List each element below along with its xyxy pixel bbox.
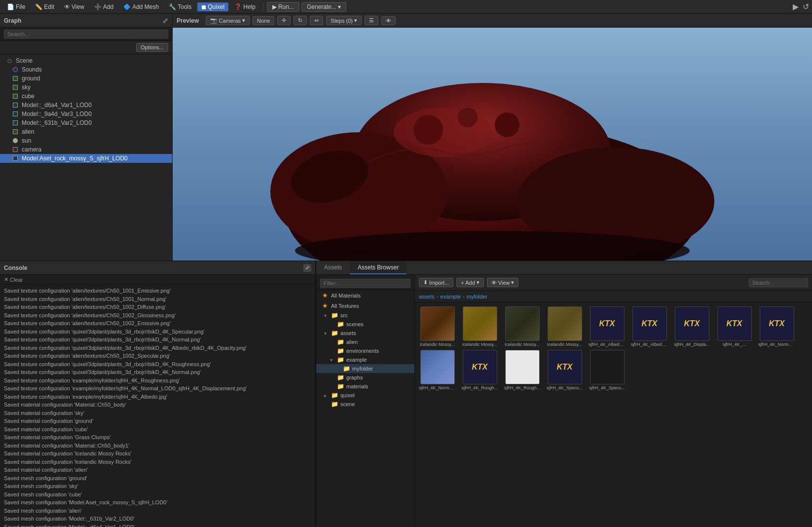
thumbnail-image: KTX (548, 350, 582, 384)
folder-myfolder[interactable]: 📁 myfolder (316, 364, 414, 373)
asset-thumbnail[interactable]: Icelandic Mossy... (504, 306, 541, 347)
folder-src[interactable]: ▾ 📁 src (316, 311, 414, 320)
scale-icon-btn[interactable]: ⇔ (310, 16, 323, 25)
folder-materials[interactable]: 📁 materials (316, 382, 414, 391)
tree-item-sounds[interactable]: Sounds (0, 65, 172, 74)
asset-thumbnail[interactable]: sjfrH_4K_Normal... (419, 350, 456, 390)
cameras-button[interactable]: 📷 Cameras ▾ (206, 16, 250, 25)
breadcrumb-example[interactable]: example (440, 294, 461, 300)
tree-item-model-9a4d[interactable]: Model::_9a4d_Var3_LOD0 (0, 110, 172, 118)
asset-thumbnail[interactable]: KTX sjfrH_4K_Displa... (673, 306, 710, 347)
folder-quixel[interactable]: ▸ 📁 quixel (316, 391, 414, 400)
asset-thumbnail[interactable]: sjfrH_4K_Specu... (589, 350, 626, 390)
file-icon: 📄 (7, 3, 14, 10)
tree-item-camera[interactable]: camera (0, 145, 172, 154)
folder-assets[interactable]: ▾ 📁 assets (316, 329, 414, 338)
all-materials-item[interactable]: ★ All Materials (316, 290, 414, 301)
assets-sidebar: ★ All Materials ★ All Textures ▾ 📁 src (316, 275, 415, 527)
graph-options-bar: Options... (0, 41, 172, 54)
asset-thumbnail[interactable]: Icelandic Mossy... (461, 306, 498, 347)
rotate-icon-btn[interactable]: ↻ (294, 16, 307, 25)
console-title: Console (4, 264, 27, 271)
preview-panel: Preview 📷 Cameras ▾ None ✛ ↻ ⇔ Steps (0) (173, 14, 812, 261)
move-icon-btn[interactable]: ✛ (277, 16, 291, 25)
eye-btn[interactable]: 👁 (381, 16, 396, 25)
breadcrumb-myfolder[interactable]: myfolder (467, 294, 487, 300)
console-expand-icon[interactable]: ⤢ (303, 264, 311, 272)
tree-item-model-aset[interactable]: Model:Aset_rock_mossy_S_sjfrH_LOD0 (0, 154, 172, 163)
steps-button[interactable]: Steps (0) ▾ (326, 16, 362, 25)
assets-filter-input[interactable] (320, 279, 410, 288)
menu-quixel[interactable]: ◼ Quixel (197, 2, 228, 11)
menu-file[interactable]: 📄 File (3, 2, 29, 11)
svg-point-9 (458, 108, 478, 127)
console-log-line: Saved material configuration 'Icelandic … (4, 450, 311, 458)
tree-item-model-d6a4[interactable]: Model::_d6a4_Var1_LOD0 (0, 101, 172, 110)
refresh-button[interactable]: ↺ (803, 2, 809, 11)
view-assets-button[interactable]: 👁 View ▾ (487, 278, 519, 287)
menu-add[interactable]: ➕ Add (90, 2, 117, 11)
import-button[interactable]: ⬇ Import... (419, 278, 453, 287)
graph-panel-header: Graph ⤢ (0, 14, 172, 28)
tree-item-model-631b[interactable]: Model::_631b_Var2_LOD0 (0, 118, 172, 127)
add-asset-button[interactable]: + Add ▾ (456, 278, 483, 287)
scene-icon: ⬡ (6, 57, 13, 64)
tree-item-cube[interactable]: cube (0, 92, 172, 101)
thumbnail-image: KTX (463, 350, 497, 384)
folder-icon-assets: 📁 (331, 330, 338, 337)
preview-viewport[interactable] (173, 28, 812, 261)
expand-icon[interactable]: ⤢ (162, 17, 168, 25)
tree-item-ground[interactable]: ground (0, 74, 172, 83)
tab-assets[interactable]: Assets (316, 261, 350, 274)
assets-search-bar (749, 278, 808, 287)
assets-search-input[interactable] (749, 278, 808, 287)
graph-search-input[interactable] (4, 30, 168, 38)
folder-graphs[interactable]: 📁 graphs (316, 373, 414, 382)
asset-thumbnail[interactable]: sjfrH_4K_Rough... (504, 350, 541, 390)
all-textures-item[interactable]: ★ All Textures (316, 301, 414, 311)
clear-button[interactable]: ✕ Clear (4, 276, 23, 283)
folder-scenes[interactable]: 📁 scenes (316, 320, 414, 329)
menu-help[interactable]: ❓ Help (230, 2, 259, 11)
thumbnail-label: Icelandic Mossy... (504, 342, 541, 347)
folder-example[interactable]: ▾ 📁 example (316, 355, 414, 364)
asset-thumbnail[interactable]: KTX sjfrH_4K_Rough... (461, 350, 498, 390)
folder-icon-environments: 📁 (337, 347, 344, 354)
console-log-line: Saved texture configuration 'quixel/3dpl… (4, 368, 311, 376)
folder-scene[interactable]: 📁 scene (316, 400, 414, 409)
expand-arrow-quixel: ▸ (324, 393, 329, 398)
graph-panel: Graph ⤢ Options... ⬡ Scene Sounds (0, 14, 173, 261)
tree-item-sun[interactable]: sun (0, 136, 172, 145)
console-log-line: Saved texture configuration 'quixel/3dpl… (4, 336, 311, 344)
folder-alien[interactable]: 📁 alien (316, 338, 414, 346)
star-icon-textures: ★ (322, 302, 328, 309)
options-button[interactable]: Options... (136, 43, 168, 52)
tree-item-alien[interactable]: alien (0, 127, 172, 136)
folder-environments[interactable]: 📁 environments (316, 346, 414, 355)
tab-assets-browser[interactable]: Assets Browser (350, 261, 406, 274)
generate-button[interactable]: Generate... ▾ (301, 2, 346, 12)
menu-tools[interactable]: 🔧 Tools (165, 2, 195, 11)
console-log-line: Saved mesh configuration 'Model:Aset_roc… (4, 498, 311, 507)
none-button[interactable]: None (253, 16, 274, 25)
view-icon: 👁 (64, 3, 70, 10)
tree-item-sky[interactable]: sky (0, 83, 172, 92)
asset-thumbnail[interactable]: Icelandic Mossy... (419, 306, 456, 347)
asset-thumbnail[interactable]: KTX sjfrH_4K_Albedo... (631, 306, 668, 347)
tree-item-scene[interactable]: ⬡ Scene (0, 56, 172, 65)
cube-icon (12, 75, 19, 82)
asset-thumbnail[interactable]: Icelandic Mossy... (546, 306, 583, 347)
console-log-line: Saved material configuration 'cube' (4, 425, 311, 434)
breadcrumb-assets[interactable]: assets (419, 294, 435, 300)
asset-thumbnail[interactable]: KTX sjfrH_4K_Specu... (546, 350, 583, 390)
asset-thumbnail[interactable]: KTX sjfrH_4K_Normal... (758, 306, 795, 347)
asset-thumbnail[interactable]: KTX sjfrH_4K_... (716, 306, 753, 347)
run-button[interactable]: ▶ Run... (267, 2, 299, 12)
top-right-controls: ▶ ↺ (793, 2, 809, 11)
menu-view[interactable]: 👁 View (60, 2, 88, 11)
menu-add-mesh[interactable]: 🔷 Add Mesh (119, 2, 163, 11)
menu-edit[interactable]: ✏️ Edit (31, 2, 58, 11)
asset-thumbnail[interactable]: KTX sjfrH_4K_Albedo... (589, 306, 626, 347)
play-button[interactable]: ▶ (793, 2, 799, 11)
menu-lines-btn[interactable]: ☰ (365, 16, 378, 25)
